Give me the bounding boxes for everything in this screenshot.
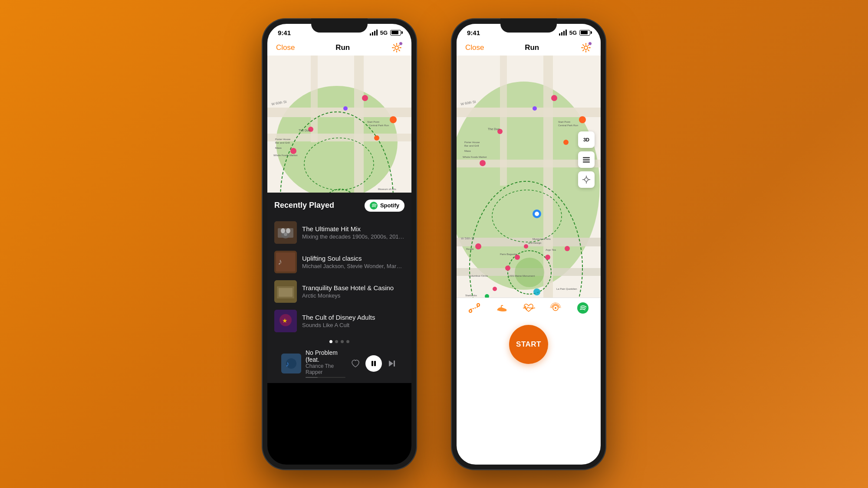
now-playing-bar: ♪ No Problem (feat. Chance The Rapper (274, 346, 404, 383)
tab-shoe[interactable] (495, 302, 508, 314)
svg-point-112 (470, 310, 471, 312)
tab-audio[interactable] (549, 302, 562, 314)
svg-rect-103 (583, 159, 590, 160)
np-art: ♪ (281, 354, 301, 373)
svg-point-69 (551, 95, 557, 101)
svg-text:Museum of Arts: Museum of Arts (533, 238, 551, 240)
heart-button[interactable] (350, 358, 361, 369)
svg-point-66 (515, 258, 544, 287)
svg-rect-5 (354, 56, 364, 193)
svg-point-13 (362, 95, 368, 101)
status-icons-left: 5G (370, 29, 401, 36)
svg-point-76 (475, 243, 481, 249)
phone-left: 9:41 5G Close Run (262, 19, 417, 470)
recently-played-panel: Recently Played Spotify (267, 193, 411, 383)
svg-point-37 (286, 228, 290, 233)
np-info: No Problem (feat. Chance The Rapper (306, 349, 345, 378)
notch-left (311, 19, 368, 33)
tab-spotify[interactable] (576, 302, 589, 314)
track-art-1 (274, 221, 297, 244)
tab-route[interactable] (468, 302, 481, 314)
svg-point-14 (343, 106, 348, 111)
start-label: START (516, 340, 541, 349)
svg-point-31 (370, 202, 378, 210)
track-art-2: ♪ (274, 251, 297, 273)
battery-right (579, 30, 590, 36)
np-progress-fill (306, 377, 318, 378)
track-info-1: The Ultimate Hit Mix Mixing the decades … (302, 225, 404, 240)
shoe-icon (495, 302, 508, 314)
track-name-1: The Ultimate Hit Mix (302, 225, 404, 233)
svg-text:La Pain Quotidien: La Pain Quotidien (556, 288, 577, 290)
svg-text:The Duo: The Duo (299, 129, 310, 132)
bottom-tabs (457, 298, 601, 316)
track-sub-2: Michael Jackson, Stevie Wonder, Marvin..… (302, 263, 404, 269)
pause-button[interactable] (365, 355, 382, 372)
track-list: The Ultimate Hit Mix Mixing the decades … (274, 218, 404, 336)
svg-text:Start Point: Start Point (367, 121, 379, 123)
svg-point-36 (281, 228, 285, 233)
svg-point-75 (505, 265, 510, 271)
list-item[interactable]: The Ultimate Hit Mix Mixing the decades … (274, 218, 404, 247)
status-icons-right: 5G (559, 29, 590, 36)
np-progress-bar (306, 377, 345, 378)
nav-title-right: Run (525, 43, 539, 52)
svg-text:Start Point: Start Point (558, 121, 570, 123)
svg-point-70 (533, 106, 537, 111)
bar4r (566, 29, 567, 36)
svg-text:Bar and Grill: Bar and Grill (275, 141, 289, 144)
svg-text:W 58th St: W 58th St (461, 237, 474, 240)
svg-text:Porter House: Porter House (275, 138, 291, 141)
close-button-right[interactable]: Close (465, 43, 484, 52)
svg-point-0 (395, 46, 398, 49)
gear-icon-right[interactable] (580, 42, 592, 54)
bar1 (370, 33, 371, 36)
svg-point-68 (535, 212, 539, 216)
track-sub-1: Mixing the decades 1900s, 2000s, 2010s..… (302, 233, 404, 240)
np-controls (350, 355, 398, 372)
svg-rect-57 (457, 108, 601, 117)
close-button-left[interactable]: Close (276, 43, 295, 52)
battery-fill-left (391, 31, 398, 34)
phone-right: 9:41 5G Close Run (451, 19, 606, 470)
status-time-right: 9:41 (467, 29, 480, 36)
svg-text:Museum of Arts: Museum of Arts (378, 188, 396, 190)
start-button[interactable]: START (509, 325, 548, 364)
svg-marker-52 (389, 360, 393, 367)
svg-point-18 (290, 148, 296, 154)
location-button[interactable] (578, 171, 595, 188)
list-item[interactable]: Tranquility Base Hotel & Casino Arctic M… (274, 277, 404, 306)
svg-text:Argo Tea: Argo Tea (546, 249, 556, 251)
spotify-badge[interactable]: Spotify (365, 200, 404, 212)
list-item[interactable]: ♪ Uplifting Soul clasics Michael Jackson… (274, 247, 404, 277)
svg-point-79 (545, 255, 550, 260)
gear-badge-right (588, 42, 592, 46)
layers-button[interactable] (578, 151, 595, 168)
svg-text:and Design: and Design (528, 242, 541, 244)
bar4 (376, 29, 378, 36)
list-item[interactable]: ★ The Cult of Disney Adults Sounds Like … (274, 306, 404, 336)
gear-icon-left[interactable] (391, 42, 403, 54)
3d-button[interactable]: 3D (578, 131, 595, 148)
tab-heart[interactable] (522, 302, 535, 314)
recently-played-header: Recently Played Spotify (274, 200, 404, 212)
bar3r (563, 31, 565, 36)
map-left[interactable]: The Duo Start Point Central Park Run Por… (267, 56, 411, 193)
spotify-tab-icon (576, 302, 589, 314)
status-time-left: 9:41 (278, 29, 291, 36)
gear-badge (399, 42, 403, 46)
svg-point-81 (493, 287, 497, 291)
svg-rect-50 (372, 361, 373, 366)
svg-rect-43 (279, 288, 293, 297)
svg-rect-102 (583, 157, 590, 158)
svg-text:★: ★ (282, 317, 288, 324)
svg-rect-53 (394, 360, 395, 367)
start-btn-area: START (457, 316, 601, 377)
dot-2 (335, 340, 338, 343)
track-info-2: Uplifting Soul clasics Michael Jackson, … (302, 255, 404, 269)
nav-bar-left: Close Run (267, 38, 411, 56)
battery-left (390, 30, 401, 36)
skip-button[interactable] (386, 358, 398, 369)
track-art-3 (274, 280, 297, 303)
map-right[interactable]: The Duo Start Point Central Park Run Por… (457, 56, 601, 298)
